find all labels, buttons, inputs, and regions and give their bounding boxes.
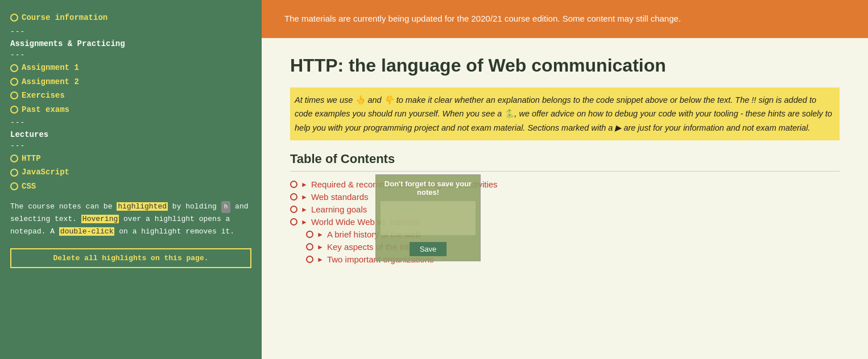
sidebar: Course information --- Assignments & Pra…	[0, 0, 262, 359]
assignment2-icon	[10, 78, 18, 86]
sidebar-item-past-exams[interactable]: Past exams	[22, 103, 69, 116]
alert-banner: The materials are currently being update…	[262, 0, 868, 38]
lectures-section-title: Lectures	[10, 130, 251, 139]
sidebar-item-javascript[interactable]: JavaScript	[22, 166, 69, 178]
toc-circle-www-vs-internet	[290, 218, 297, 226]
toc-circle-learning-goals	[290, 206, 297, 213]
notepad-textarea[interactable]	[381, 201, 476, 235]
alert-text: The materials are currently being update…	[284, 14, 681, 23]
http-icon	[10, 155, 18, 162]
toc-circle-two-orgs	[306, 256, 313, 263]
notepad-header: Don't forget to save your notes!	[381, 180, 476, 197]
sidebar-item-exercises[interactable]: Exercises	[22, 89, 65, 102]
sidebar-item-course-info[interactable]: Course information	[22, 11, 108, 24]
divider-2: ---	[10, 51, 251, 59]
sidebar-item-assignment2[interactable]: Assignment 2	[22, 76, 79, 88]
past-exams-icon	[10, 106, 18, 114]
toc-arrow-learning-goals: ►	[301, 206, 308, 214]
toc-item-www-vs-internet: ► World Wide Web vs. Internet	[290, 217, 840, 227]
divider-1: ---	[10, 27, 251, 36]
intro-paragraph: At times we use 👆 and 👇 to make it clear…	[290, 87, 840, 141]
toc-link-learning-goals[interactable]: Learning goals	[311, 204, 367, 214]
content-area: HTTP: the language of Web communication …	[262, 38, 868, 285]
h-key-badge: h	[221, 201, 231, 213]
toc-title: Table of Contents	[290, 152, 840, 172]
toc-circle-web-standards	[290, 193, 297, 201]
hovering-word: Hovering	[81, 215, 119, 223]
double-click-word: double-click	[59, 227, 115, 236]
highlight-instructions: The course notes can be highlighted by h…	[10, 201, 251, 238]
highlighted-word: highlighted	[117, 202, 168, 211]
toc-list: ► Required & recommended readings and ac…	[290, 180, 840, 264]
toc-item-web-standards: ► Web standards	[290, 192, 840, 202]
assignment1-icon	[10, 64, 18, 72]
toc-circle-required	[290, 181, 297, 188]
toc-arrow-web-standards: ►	[301, 193, 308, 201]
toc-arrow-history: ►	[317, 231, 324, 239]
toc-arrow-www-vs-internet: ►	[301, 218, 308, 226]
sidebar-item-assignment1[interactable]: Assignment 1	[22, 61, 79, 74]
css-icon	[10, 182, 18, 190]
delete-highlights-button[interactable]: Delete all highlights on this page.	[10, 248, 251, 268]
toc-circle-key-aspects	[306, 243, 313, 251]
page-title: HTTP: the language of Web communication	[290, 55, 840, 76]
toc-circle-history	[306, 231, 313, 238]
toc-item-required: ► Required & recommended readings and ac…	[290, 180, 840, 189]
sidebar-item-css[interactable]: CSS	[22, 180, 36, 193]
main-content: The materials are currently being update…	[262, 0, 868, 359]
notepad-popup: Don't forget to save your notes! Save	[375, 174, 481, 261]
divider-4: ---	[10, 141, 251, 150]
toc-arrow-required: ►	[301, 181, 308, 189]
divider-3: ---	[10, 118, 251, 127]
javascript-icon	[10, 169, 18, 177]
notepad-save-button[interactable]: Save	[410, 242, 447, 256]
sidebar-item-http[interactable]: HTTP	[22, 152, 41, 165]
toc-arrow-two-orgs: ►	[317, 256, 324, 264]
toc-arrow-key-aspects: ►	[317, 243, 324, 251]
toc-item-learning-goals: ► Learning goals	[290, 204, 840, 214]
course-info-icon	[10, 14, 18, 22]
exercises-icon	[10, 91, 18, 99]
assignments-section-title: Assignments & Practicing	[10, 39, 251, 48]
toc-link-web-standards[interactable]: Web standards	[311, 192, 369, 202]
